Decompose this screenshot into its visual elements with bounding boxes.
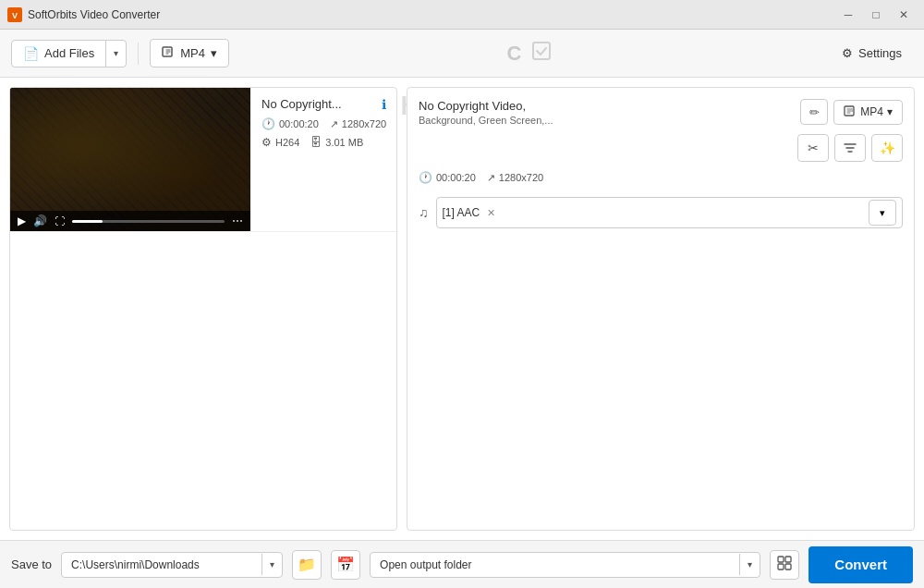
audio-remove-icon[interactable]: ✕ — [487, 207, 495, 219]
app-window: 📄 Add Files ▾ MP4 ▾ — [0, 30, 924, 588]
svg-text:V: V — [12, 11, 18, 20]
convert-button[interactable]: Convert — [808, 546, 913, 583]
file-thumbnail: ▶ 🔊 ⛶ ⋯ — [10, 88, 250, 231]
output-actions: ✏ MP4 ▾ — [800, 99, 903, 125]
fullscreen-icon[interactable]: ⛶ — [55, 215, 65, 227]
title-bar: V SoftOrbits Video Converter ─ □ ✕ — [0, 0, 924, 30]
app-icon: V — [7, 7, 22, 22]
audio-dropdown[interactable]: ▾ — [869, 200, 896, 226]
clock-icon: 🕐 — [261, 117, 275, 130]
save-to-label: Save to — [11, 557, 52, 571]
video-controls-bar: ▶ 🔊 ⛶ ⋯ — [10, 211, 250, 231]
format-icon — [162, 45, 175, 61]
size-icon: 🗄 — [310, 136, 322, 149]
edit-name-button[interactable]: ✏ — [800, 99, 828, 125]
maximize-button[interactable]: □ — [863, 5, 889, 25]
title-bar-left: V SoftOrbits Video Converter — [7, 7, 160, 22]
save-path-text: C:\Users\nirmi\Downloads — [62, 553, 261, 577]
file-meta-duration-res: 🕐 00:00:20 ↗ 1280x720 — [261, 117, 386, 130]
edit-buttons: ✂ ✨ — [797, 134, 903, 162]
progress-fill — [72, 220, 103, 223]
add-files-dropdown-arrow[interactable]: ▾ — [106, 43, 126, 64]
save-path-select[interactable]: C:\Users\nirmi\Downloads ▾ — [61, 552, 283, 578]
output-folder-arrow[interactable]: ▾ — [739, 554, 760, 575]
settings-icon: ⚙ — [842, 46, 853, 60]
output-info: No Copyright Video, Background, Green Sc… — [419, 99, 797, 126]
enhance-button[interactable]: ✨ — [871, 134, 903, 162]
grid-icon — [777, 556, 792, 574]
svg-rect-8 — [785, 564, 791, 570]
add-files-icon: 📄 — [23, 46, 39, 61]
output-resize-icon: ↗ — [487, 172, 495, 184]
output-format-icon — [844, 104, 857, 120]
calendar-button[interactable]: 📅 — [331, 550, 360, 580]
output-format-button[interactable]: MP4 ▾ — [833, 100, 903, 125]
calendar-icon: 📅 — [336, 556, 355, 573]
file-duration: 🕐 00:00:20 — [261, 117, 319, 130]
add-files-main[interactable]: 📄 Add Files — [12, 41, 106, 67]
grid-view-button[interactable] — [770, 550, 799, 580]
output-folder-select[interactable]: Open output folder ▾ — [370, 552, 760, 578]
content-area: Screenshot by Softopaz ▶ 🔊 ⛶ — [0, 78, 924, 540]
convert-icon: C — [507, 42, 522, 66]
file-row: ▶ 🔊 ⛶ ⋯ No Copyright... ℹ — [10, 88, 396, 232]
folder-icon: 📁 — [298, 556, 316, 573]
settings-button[interactable]: ⚙ Settings — [831, 41, 913, 66]
output-clock-icon: 🕐 — [419, 171, 432, 184]
check-icon — [530, 40, 553, 67]
file-meta-codec-size: ⚙ H264 🗄 3.01 MB — [261, 136, 386, 149]
volume-icon[interactable]: 🔊 — [33, 214, 47, 227]
file-resolution: ↗ 1280x720 — [330, 118, 386, 130]
file-panel: ▶ 🔊 ⛶ ⋯ No Copyright... ℹ — [9, 87, 397, 531]
format-button[interactable]: MP4 ▾ — [150, 39, 229, 67]
cut-button[interactable]: ✂ — [797, 134, 829, 162]
svg-rect-3 — [533, 43, 550, 59]
video-preview — [10, 88, 250, 231]
toolbar-divider — [138, 43, 139, 65]
progress-bar[interactable] — [72, 220, 225, 223]
svg-rect-6 — [785, 557, 791, 562]
output-filename: No Copyright Video, — [419, 99, 797, 113]
output-resolution: ↗ 1280x720 — [487, 172, 543, 184]
output-panel: No Copyright Video, Background, Green Sc… — [407, 87, 915, 531]
output-header: No Copyright Video, Background, Green Sc… — [419, 99, 903, 162]
close-button[interactable]: ✕ — [891, 5, 917, 25]
audio-track-row: ♫ [1] AAC ✕ ▾ — [419, 197, 903, 228]
audio-track-label: [1] AAC — [443, 206, 480, 219]
info-icon[interactable]: ℹ — [382, 97, 386, 112]
output-description: Background, Green Screen,... — [419, 115, 797, 126]
format-label: MP4 — [180, 46, 205, 60]
toolbar: 📄 Add Files ▾ MP4 ▾ — [0, 30, 924, 78]
file-size: 🗄 3.01 MB — [310, 136, 363, 149]
bottom-bar: Save to C:\Users\nirmi\Downloads ▾ 📁 📅 O… — [0, 540, 924, 588]
output-meta: 🕐 00:00:20 ↗ 1280x720 — [419, 171, 903, 184]
file-info: No Copyright... ℹ 🕐 00:00:20 ↗ 1280x720 — [250, 88, 397, 231]
browse-folder-button[interactable]: 📁 — [292, 550, 322, 580]
codec-icon: ⚙ — [261, 136, 272, 149]
settings-label: Settings — [858, 46, 902, 60]
minimize-button[interactable]: ─ — [835, 5, 861, 25]
app-title: SoftOrbits Video Converter — [28, 8, 160, 21]
output-format-label: MP4 — [860, 105, 883, 118]
add-files-button[interactable]: 📄 Add Files ▾ — [11, 40, 127, 67]
file-name: No Copyright... ℹ — [261, 97, 386, 112]
resize-icon: ↗ — [330, 118, 338, 130]
filter-button[interactable] — [834, 134, 866, 162]
audio-icon: ♫ — [419, 205, 429, 220]
play-icon[interactable]: ▶ — [18, 214, 26, 227]
checkbox-area: C — [507, 40, 553, 67]
output-folder-text: Open output folder — [371, 553, 739, 577]
add-files-label: Add Files — [44, 46, 94, 60]
output-duration: 🕐 00:00:20 — [419, 171, 476, 184]
toolbar-left: 📄 Add Files ▾ MP4 ▾ — [11, 39, 229, 67]
save-path-arrow[interactable]: ▾ — [261, 554, 282, 575]
output-format-arrow: ▾ — [887, 105, 893, 118]
file-codec: ⚙ H264 — [261, 136, 299, 149]
title-bar-controls: ─ □ ✕ — [835, 5, 917, 25]
svg-rect-7 — [778, 564, 784, 570]
format-dropdown-arrow: ▾ — [211, 46, 217, 60]
svg-rect-5 — [778, 557, 784, 562]
menu-icon[interactable]: ⋯ — [232, 214, 243, 227]
